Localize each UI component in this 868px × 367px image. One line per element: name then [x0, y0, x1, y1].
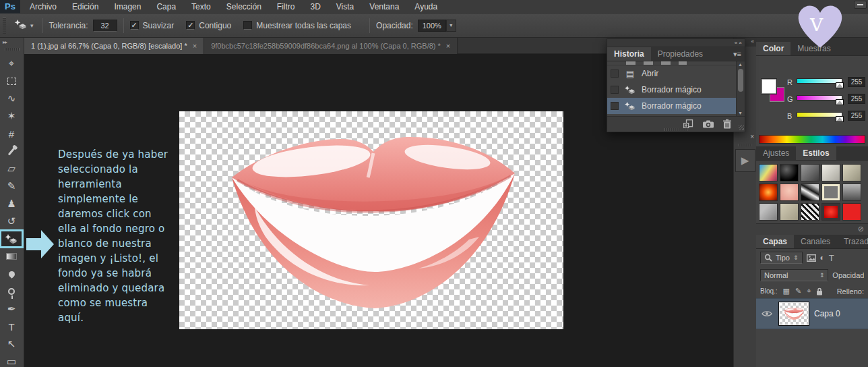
history-scrollbar[interactable]: ▲ ▼ [736, 61, 745, 116]
no-style-icon[interactable]: ⊘ [756, 223, 868, 235]
menu-vista[interactable]: Vista [336, 2, 354, 11]
lock-paint-icon[interactable]: ✎ [795, 287, 801, 295]
layer-visibility-eye-icon[interactable] [760, 310, 774, 317]
tab-historia[interactable]: Historia [607, 47, 651, 61]
dodge-tool[interactable] [0, 283, 23, 300]
style-swatch-red-flat[interactable] [842, 203, 861, 221]
history-step-abrir[interactable]: ▤Abrir [607, 65, 745, 82]
collapse-chevrons-icon[interactable]: ▸▸ [0, 38, 24, 45]
menu-imagen[interactable]: Imagen [114, 2, 141, 11]
transparent-image-area[interactable] [179, 111, 563, 329]
eyedropper-tool[interactable] [0, 142, 23, 160]
tab-capas[interactable]: Capas [756, 235, 794, 248]
style-swatch-bw-abstract[interactable] [801, 184, 819, 201]
menu-capa[interactable]: Capa [156, 2, 176, 11]
magic-eraser-tool[interactable] [0, 230, 23, 248]
crop-tool[interactable]: # [0, 125, 23, 142]
type-tool[interactable]: T [0, 318, 23, 335]
style-swatch-black-gloss[interactable] [780, 164, 799, 181]
channel-value[interactable]: 255 [848, 111, 865, 121]
lock-all-icon[interactable] [816, 287, 823, 295]
style-swatch-peach[interactable] [780, 184, 799, 201]
style-swatch-tan-bevel[interactable] [842, 164, 861, 181]
layer-filter-dropdown[interactable]: Tipo ⇕ [760, 252, 803, 264]
style-swatch-dark-gray-bevel[interactable] [801, 164, 819, 181]
blur-tool[interactable] [0, 265, 23, 283]
filter-pixel-layers-icon[interactable] [807, 254, 816, 262]
tab-canales[interactable]: Canales [794, 235, 837, 248]
history-step-borrador-m-gico[interactable]: Borrador mágico [607, 98, 745, 114]
style-swatch-orange-glow[interactable] [759, 184, 778, 201]
menu-ventana[interactable]: Ventana [369, 2, 399, 11]
menu-ayuda[interactable]: Ayuda [414, 2, 437, 11]
panel-menu-icon[interactable]: ▾≡ [733, 50, 741, 59]
close-icon[interactable]: × [750, 133, 754, 140]
blend-mode-dropdown[interactable]: Normal ⇕ [760, 269, 828, 281]
document-tab-active[interactable]: 1 (1).jpg al 66,7% (Capa 0, RGB/8) [esca… [24, 38, 204, 54]
slider-thumb[interactable] [836, 117, 843, 121]
filter-type-layers-icon[interactable]: T [829, 253, 834, 263]
slider-thumb[interactable] [836, 83, 843, 88]
checked-checkbox-icon[interactable]: ✓ [186, 21, 195, 30]
brush-tool[interactable]: ✎ [0, 177, 23, 195]
history-source-checkbox[interactable] [611, 69, 619, 78]
move-tool[interactable]: ⌖ [0, 55, 23, 72]
scroll-thumb[interactable] [738, 69, 743, 92]
history-source-checkbox[interactable] [611, 102, 619, 110]
foreground-color-swatch[interactable] [762, 79, 776, 94]
lock-position-icon[interactable]: ⌖ [807, 287, 811, 295]
history-source-checkbox[interactable] [611, 86, 619, 94]
menu-edici-n[interactable]: Edición [72, 2, 98, 11]
spot-healing-brush-tool[interactable]: ▱ [0, 160, 23, 177]
panel-resize-grip[interactable] [739, 125, 744, 130]
clone-stamp-tool[interactable]: ♟ [0, 195, 23, 213]
history-brush-tool[interactable]: ↺ [0, 213, 23, 230]
scroll-down-icon[interactable]: ▼ [738, 111, 743, 115]
menu-texto[interactable]: Texto [191, 2, 211, 11]
close-icon[interactable]: × [446, 42, 450, 50]
panel-drag-grip[interactable] [664, 128, 687, 131]
opacity-dropdown-button[interactable]: ▾ [446, 20, 456, 32]
history-step-borrador-m-gico[interactable]: Borrador mágico [607, 82, 745, 98]
close-icon[interactable]: × [193, 42, 197, 50]
lock-transparency-icon[interactable]: ▦ [783, 287, 790, 295]
style-swatch-cream-ring[interactable] [822, 184, 840, 201]
gradient-tool[interactable] [0, 248, 23, 265]
style-swatch-gray-gradient[interactable] [842, 184, 861, 201]
lasso-tool[interactable]: ∿ [0, 90, 23, 107]
path-selection-tool[interactable]: ↖ [0, 335, 23, 353]
tab-estilos[interactable]: Estilos [796, 146, 836, 160]
style-swatch-beige-flat[interactable] [780, 203, 799, 221]
slider-track[interactable] [797, 112, 842, 117]
actions-play-button[interactable]: ▶ [735, 149, 755, 172]
slider-track[interactable] [797, 95, 842, 101]
opacity-value[interactable]: 100% [418, 20, 446, 32]
slider-thumb[interactable] [836, 100, 843, 105]
unchecked-checkbox-icon[interactable] [243, 21, 252, 30]
checked-checkbox-icon[interactable]: ✓ [130, 21, 139, 30]
tab-propiedades[interactable]: Propiedades [651, 47, 710, 61]
menu-3d[interactable]: 3D [310, 2, 320, 11]
style-swatch-multicolor[interactable] [759, 164, 778, 181]
layer-row-capa-0[interactable]: Capa 0 [756, 298, 868, 329]
filter-adjustment-layers-icon[interactable]: ◐ [820, 253, 825, 262]
magic-wand-tool[interactable]: ✶ [0, 107, 23, 125]
checkbox-suavizar[interactable]: ✓Suavizar [130, 21, 175, 30]
pen-tool[interactable]: ✒ [0, 300, 23, 318]
scroll-up-icon[interactable]: ▲ [738, 62, 743, 67]
minimize-button[interactable] [854, 1, 867, 9]
layer-thumbnail[interactable] [779, 302, 809, 325]
trash-icon[interactable] [723, 119, 731, 129]
rectangle-shape-tool[interactable]: ▭ [0, 353, 23, 367]
menu-selecci-n[interactable]: Selección [226, 2, 261, 11]
style-swatch-red-framed[interactable] [822, 203, 840, 221]
style-swatch-silver-bevel[interactable] [822, 164, 840, 181]
new-document-from-state-icon[interactable] [683, 119, 693, 128]
document-tab[interactable]: 9f0bcbc57c18fe258b59009df86bca64.png al … [204, 38, 458, 54]
menu-archivo[interactable]: Archivo [30, 2, 57, 11]
checkbox-contiguo[interactable]: ✓Contiguo [186, 21, 231, 30]
tool-preset-picker[interactable]: ▾ [11, 18, 36, 33]
style-swatch-zigzag-pattern[interactable] [801, 203, 819, 221]
rectangular-marquee-tool[interactable] [0, 72, 23, 90]
channel-value[interactable]: 255 [848, 77, 865, 87]
